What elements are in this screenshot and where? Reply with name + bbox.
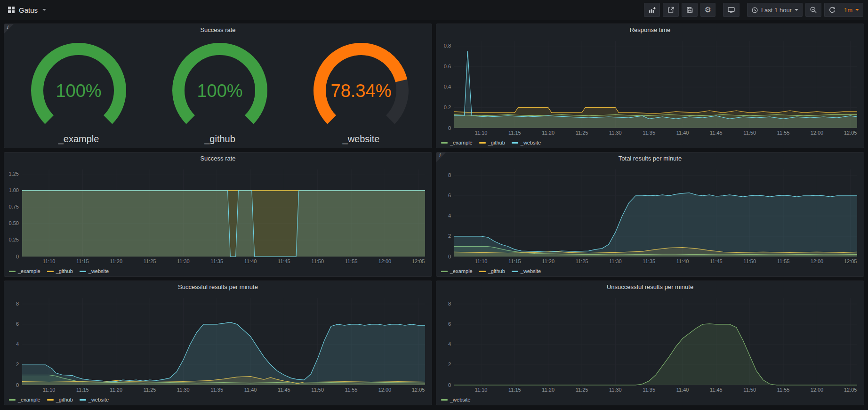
legend-label: _github bbox=[56, 268, 73, 274]
save-button[interactable] bbox=[682, 3, 698, 17]
legend-item[interactable]: _example bbox=[9, 397, 40, 402]
zoom-out-button[interactable] bbox=[805, 3, 821, 17]
legend-label: _website bbox=[521, 268, 541, 274]
legend-item[interactable]: _example bbox=[9, 268, 40, 274]
panel-title[interactable]: Success rate bbox=[4, 153, 432, 165]
legend-item[interactable]: _example bbox=[441, 140, 473, 145]
legend-swatch-icon bbox=[512, 271, 518, 272]
legend-item[interactable]: _website bbox=[512, 268, 541, 274]
svg-text:11:20: 11:20 bbox=[542, 258, 555, 264]
gauge-label: _github bbox=[204, 134, 235, 145]
svg-text:12:05: 12:05 bbox=[844, 387, 857, 393]
panel-success-rate-timeseries: Success rate 00.250.500.751.001.2511:101… bbox=[4, 152, 432, 277]
svg-text:11:10: 11:10 bbox=[475, 130, 488, 136]
chart-legend: _example_github_website bbox=[4, 266, 432, 276]
legend-label: _example bbox=[450, 140, 473, 145]
legend-item[interactable]: _github bbox=[47, 397, 73, 402]
panel-title[interactable]: Successful results per minute bbox=[4, 281, 432, 293]
svg-text:11:20: 11:20 bbox=[110, 258, 122, 264]
svg-text:11:50: 11:50 bbox=[743, 130, 756, 136]
svg-text:11:15: 11:15 bbox=[508, 387, 521, 393]
svg-text:11:15: 11:15 bbox=[76, 387, 89, 393]
panel-title[interactable]: Total results per minute bbox=[436, 153, 864, 165]
svg-text:11:35: 11:35 bbox=[643, 130, 655, 136]
svg-text:11:25: 11:25 bbox=[576, 258, 588, 264]
svg-text:11:15: 11:15 bbox=[76, 258, 89, 264]
svg-text:6: 6 bbox=[448, 321, 451, 327]
gauge-row: 100%_example100%_github78.34%_website bbox=[4, 36, 432, 148]
svg-text:78.34%: 78.34% bbox=[331, 81, 392, 101]
svg-text:11:40: 11:40 bbox=[676, 258, 689, 264]
legend-item[interactable]: _github bbox=[479, 268, 505, 274]
svg-text:2: 2 bbox=[448, 233, 451, 239]
legend-label: _github bbox=[488, 268, 505, 274]
svg-text:0: 0 bbox=[448, 382, 451, 388]
panel-title[interactable]: Response time bbox=[436, 24, 864, 36]
panel-total-results-per-minute: i Total results per minute 0246811:1011:… bbox=[436, 152, 864, 277]
legend-item[interactable]: _website bbox=[80, 268, 109, 274]
svg-text:11:10: 11:10 bbox=[43, 258, 56, 264]
svg-text:11:25: 11:25 bbox=[144, 387, 156, 393]
svg-text:0.75: 0.75 bbox=[9, 204, 19, 209]
time-range-picker[interactable]: Last 1 hour bbox=[747, 3, 803, 17]
navbar-right: ⚙ Last 1 hour bbox=[641, 3, 863, 17]
svg-text:12:05: 12:05 bbox=[844, 130, 857, 136]
cycle-view-button[interactable] bbox=[723, 3, 739, 17]
legend-swatch-icon bbox=[9, 399, 16, 401]
refresh-interval-dropdown[interactable]: 1m bbox=[840, 3, 863, 17]
settings-button[interactable]: ⚙ bbox=[700, 3, 715, 17]
zoom-out-icon bbox=[810, 6, 817, 14]
svg-text:100%: 100% bbox=[56, 81, 101, 101]
svg-text:11:25: 11:25 bbox=[144, 258, 156, 264]
chevron-down-icon bbox=[855, 9, 859, 11]
share-button[interactable] bbox=[663, 3, 679, 17]
legend-item[interactable]: _example bbox=[441, 268, 473, 274]
svg-text:11:20: 11:20 bbox=[542, 387, 555, 393]
response-time-chart[interactable]: 00.20.40.60.811:1011:1511:2011:2511:3011… bbox=[436, 36, 864, 137]
svg-text:11:45: 11:45 bbox=[710, 130, 723, 136]
panel-title[interactable]: Success rate bbox=[4, 24, 432, 36]
svg-text:0.8: 0.8 bbox=[444, 43, 451, 48]
svg-text:11:40: 11:40 bbox=[244, 387, 257, 393]
legend-item[interactable]: _github bbox=[479, 140, 505, 145]
add-panel-button[interactable] bbox=[644, 3, 660, 17]
refresh-interval-label: 1m bbox=[844, 7, 852, 14]
svg-text:11:55: 11:55 bbox=[777, 387, 790, 393]
legend-swatch-icon bbox=[80, 399, 86, 401]
chart-legend: _example_github_website bbox=[436, 266, 864, 276]
svg-text:11:30: 11:30 bbox=[177, 387, 190, 393]
legend-item[interactable]: _github bbox=[47, 268, 73, 274]
panel-successful-results-per-minute: Successful results per minute 0246811:10… bbox=[4, 281, 432, 405]
panel-info-icon[interactable]: i bbox=[4, 24, 14, 33]
panel-unsuccessful-results-per-minute: Unsuccessful results per minute 0246811:… bbox=[436, 281, 864, 405]
chart-legend: _website bbox=[436, 394, 864, 405]
legend-label: _example bbox=[450, 268, 473, 274]
panel-info-icon[interactable]: i bbox=[436, 153, 446, 162]
unsuccessful-results-chart[interactable]: 0246811:1011:1511:2011:2511:3011:3511:40… bbox=[436, 293, 864, 394]
svg-text:11:40: 11:40 bbox=[676, 130, 689, 136]
gauge-arc: 100% bbox=[149, 40, 290, 134]
svg-text:11:15: 11:15 bbox=[508, 130, 521, 136]
svg-text:0: 0 bbox=[16, 382, 19, 388]
svg-text:6: 6 bbox=[16, 321, 19, 327]
svg-text:11:10: 11:10 bbox=[475, 258, 488, 264]
svg-text:12:00: 12:00 bbox=[378, 387, 392, 393]
legend-swatch-icon bbox=[47, 399, 54, 401]
svg-text:12:05: 12:05 bbox=[412, 387, 425, 393]
successful-results-chart[interactable]: 0246811:1011:1511:2011:2511:3011:3511:40… bbox=[4, 293, 432, 394]
svg-text:11:40: 11:40 bbox=[676, 387, 689, 393]
svg-text:11:15: 11:15 bbox=[508, 258, 521, 264]
panel-title[interactable]: Unsuccessful results per minute bbox=[436, 281, 864, 293]
gauge-website: 78.34%_website bbox=[290, 40, 432, 145]
total-results-chart[interactable]: 0246811:1011:1511:2011:2511:3011:3511:40… bbox=[436, 165, 864, 266]
svg-text:11:45: 11:45 bbox=[278, 387, 290, 393]
chevron-down-icon bbox=[42, 9, 46, 11]
legend-item[interactable]: _website bbox=[512, 140, 541, 145]
dashboard-title-button[interactable]: Gatus bbox=[5, 4, 49, 16]
svg-text:11:25: 11:25 bbox=[576, 387, 588, 393]
legend-item[interactable]: _website bbox=[80, 397, 109, 402]
legend-item[interactable]: _website bbox=[441, 397, 470, 402]
refresh-button[interactable] bbox=[824, 3, 840, 17]
success-rate-chart[interactable]: 00.250.500.751.001.2511:1011:1511:2011:2… bbox=[4, 165, 432, 266]
svg-text:11:10: 11:10 bbox=[475, 387, 488, 393]
